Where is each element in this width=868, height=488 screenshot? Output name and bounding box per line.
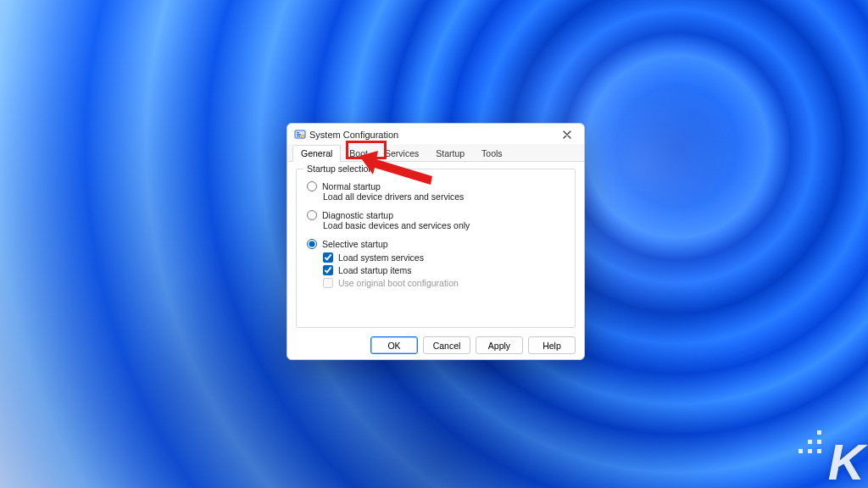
tab-general[interactable]: General <box>292 145 341 162</box>
radio-normal-label: Normal startup <box>322 181 381 191</box>
tab-tools-label: Tools <box>481 148 503 158</box>
svg-rect-1 <box>297 132 299 133</box>
checkbox-load-startup-items-label: Load startup items <box>338 265 411 275</box>
radio-normal-startup[interactable] <box>307 181 317 191</box>
apply-button[interactable]: Apply <box>476 336 523 354</box>
tab-services-label: Services <box>385 148 419 158</box>
cancel-button-label: Cancel <box>433 341 461 351</box>
radio-diagnostic-desc: Load basic devices and services only <box>323 220 566 230</box>
radio-normal-desc: Load all device drivers and services <box>323 191 566 202</box>
tab-boot-label: Boot <box>349 148 368 158</box>
app-icon <box>294 129 306 141</box>
checkbox-load-system-services[interactable] <box>323 252 333 263</box>
checkbox-use-original-boot-label: Use original boot configuration <box>338 278 459 288</box>
svg-rect-2 <box>297 134 301 135</box>
option-selective-startup: Selective startup Load system services L… <box>307 239 566 288</box>
ok-button-label: OK <box>387 341 400 351</box>
tab-startup[interactable]: Startup <box>427 145 473 162</box>
checkbox-load-system-services-label: Load system services <box>338 252 424 263</box>
cancel-button[interactable]: Cancel <box>423 336 470 354</box>
dialog-button-row: OK Cancel Apply Help <box>287 331 584 363</box>
watermark-letter: K <box>828 433 863 488</box>
tab-startup-label: Startup <box>436 148 465 158</box>
checkbox-load-startup-items[interactable] <box>323 265 333 275</box>
startup-selection-group: Startup selection Normal startup Load al… <box>296 169 576 328</box>
tab-tools[interactable]: Tools <box>473 145 511 162</box>
ok-button[interactable]: OK <box>370 336 418 354</box>
tab-content-general: Startup selection Normal startup Load al… <box>287 162 584 331</box>
tab-services[interactable]: Services <box>376 145 427 162</box>
group-label: Startup selection <box>303 164 376 174</box>
watermark-dots-icon <box>798 430 822 454</box>
option-diagnostic-startup: Diagnostic startup Load basic devices an… <box>307 210 566 230</box>
svg-rect-3 <box>297 136 300 136</box>
tab-strip: General Boot Services Startup Tools <box>287 144 584 162</box>
tab-general-label: General <box>301 148 332 158</box>
apply-button-label: Apply <box>488 341 510 351</box>
help-button[interactable]: Help <box>528 336 576 354</box>
help-button-label: Help <box>542 341 561 351</box>
system-configuration-dialog: System Configuration General Boot Servic… <box>287 123 585 360</box>
checkbox-use-original-boot <box>323 278 333 288</box>
close-button[interactable] <box>555 126 579 143</box>
radio-diagnostic-label: Diagnostic startup <box>322 210 393 220</box>
option-normal-startup: Normal startup Load all device drivers a… <box>307 181 566 202</box>
window-title: System Configuration <box>309 130 398 140</box>
tab-boot[interactable]: Boot <box>341 145 376 162</box>
radio-selective-label: Selective startup <box>322 239 388 249</box>
close-icon <box>563 130 571 139</box>
radio-diagnostic-startup[interactable] <box>307 210 317 220</box>
radio-selective-startup[interactable] <box>307 239 317 249</box>
svg-point-4 <box>301 135 304 138</box>
titlebar[interactable]: System Configuration <box>287 124 584 144</box>
